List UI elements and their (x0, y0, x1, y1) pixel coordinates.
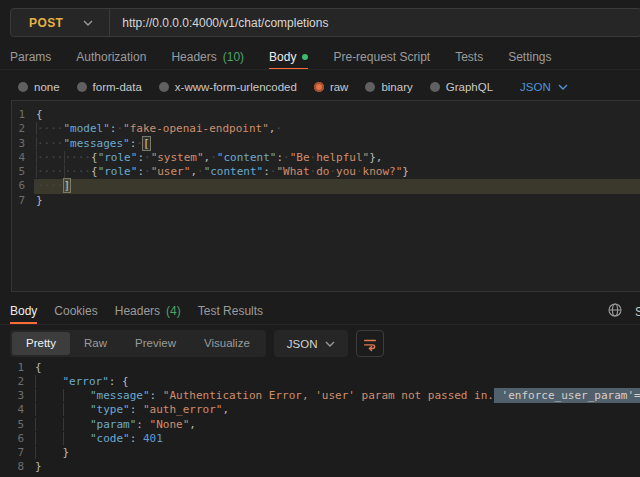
url-input[interactable]: http://0.0.0.0:4000/v1/chat/completions (110, 16, 328, 30)
line-number: 2 (12, 122, 34, 136)
view-mode-preview[interactable]: Preview (121, 332, 190, 355)
code-line: 1{ (12, 108, 640, 122)
request-tabs: Params Authorization Headers (10) Body P… (10, 45, 640, 70)
view-mode-pretty[interactable]: Pretty (12, 332, 70, 355)
mode-none[interactable]: none (18, 81, 60, 93)
response-headers-count-badge: (4) (166, 304, 181, 318)
response-tab-cookies[interactable]: Cookies (54, 300, 97, 324)
chevron-down-icon (558, 84, 568, 90)
line-number: 8 (11, 460, 33, 474)
chevron-down-icon (325, 341, 335, 347)
view-mode-visualize[interactable]: Visualize (190, 332, 264, 355)
tab-authorization[interactable]: Authorization (76, 45, 146, 70)
radio-icon (430, 82, 440, 92)
mode-raw[interactable]: raw (314, 81, 349, 93)
status-text-clipped: S (635, 305, 640, 319)
code-line: 7} (12, 194, 640, 208)
response-view-toolbar: Pretty Raw Preview Visualize JSON (10, 330, 384, 357)
line-number: 5 (12, 165, 34, 179)
chevron-down-icon (83, 20, 93, 26)
line-number: 7 (12, 194, 34, 208)
line-number: 6 (12, 179, 34, 193)
response-tab-headers[interactable]: Headers (4) (115, 300, 181, 324)
code-line: 6 "code": 401 (11, 432, 640, 446)
radio-icon (77, 82, 87, 92)
response-tabs: Body Cookies Headers (4) Test Results (10, 300, 640, 324)
mode-form-data[interactable]: form-data (77, 81, 142, 93)
method-label: POST (29, 16, 63, 30)
code-line: 7 } (11, 446, 640, 460)
line-number: 3 (12, 137, 34, 151)
mode-x-www-form-urlencoded[interactable]: x-www-form-urlencoded (159, 81, 297, 93)
line-number: 4 (12, 151, 34, 165)
body-mode-row: none form-data x-www-form-urlencoded raw… (18, 75, 568, 99)
body-has-content-dot (302, 54, 308, 60)
divider (0, 324, 640, 325)
code-line: 3····"messages":·[ (12, 137, 640, 151)
request-body-editor[interactable]: 1{2····"model":·"fake-openai-endpoint",·… (11, 100, 640, 292)
tab-pre-request-script[interactable]: Pre-request Script (333, 45, 430, 70)
code-line: 3 "message": "Authentication Error, 'use… (11, 389, 640, 403)
response-language-dropdown[interactable]: JSON (274, 330, 349, 357)
code-line: 2 "error": { (11, 375, 640, 389)
tab-headers[interactable]: Headers (10) (171, 45, 244, 70)
view-mode-raw[interactable]: Raw (70, 332, 121, 355)
code-line: 2····"model":·"fake-openai-endpoint",· (12, 122, 640, 136)
tab-body[interactable]: Body (269, 45, 308, 70)
code-line: 6····] (12, 179, 640, 193)
view-mode-segmented-control: Pretty Raw Preview Visualize (10, 330, 266, 357)
code-line: 8} (11, 460, 640, 474)
line-number: 3 (11, 389, 33, 403)
response-tab-body[interactable]: Body (10, 300, 37, 324)
request-url-bar: POST http://0.0.0.0:4000/v1/chat/complet… (10, 8, 640, 37)
response-body-viewer[interactable]: 1{2 "error": {3 "message": "Authenticati… (11, 358, 640, 477)
line-number: 7 (11, 446, 33, 460)
code-line: 5········{"role":·"user",·"content":·"Wh… (12, 165, 640, 179)
raw-language-dropdown[interactable]: JSON (520, 81, 568, 93)
line-number: 2 (11, 375, 33, 389)
line-number: 4 (11, 403, 33, 417)
radio-icon (159, 82, 169, 92)
radio-selected-icon (314, 82, 324, 92)
headers-count-badge: (10) (223, 50, 244, 64)
wrap-text-icon (362, 336, 378, 352)
tab-tests[interactable]: Tests (455, 45, 483, 70)
code-line: 5 "param": "None", (11, 418, 640, 432)
line-number: 1 (11, 361, 33, 375)
method-selector[interactable]: POST (11, 9, 109, 36)
mode-binary[interactable]: binary (365, 81, 412, 93)
line-number: 5 (11, 418, 33, 432)
response-tab-test-results[interactable]: Test Results (198, 300, 263, 324)
radio-icon (365, 82, 375, 92)
line-number: 1 (12, 108, 34, 122)
globe-icon[interactable] (608, 303, 622, 317)
line-number: 6 (11, 432, 33, 446)
divider (0, 69, 640, 70)
code-line: 4 "type": "auth_error", (11, 403, 640, 417)
code-line: 1{ (11, 361, 640, 375)
code-line: 4········{"role":·"system",·"content":·"… (12, 151, 640, 165)
wrap-text-button[interactable] (356, 330, 384, 357)
tab-params[interactable]: Params (10, 45, 51, 70)
mode-graphql[interactable]: GraphQL (430, 81, 493, 93)
radio-icon (18, 82, 28, 92)
tab-settings[interactable]: Settings (508, 45, 551, 70)
